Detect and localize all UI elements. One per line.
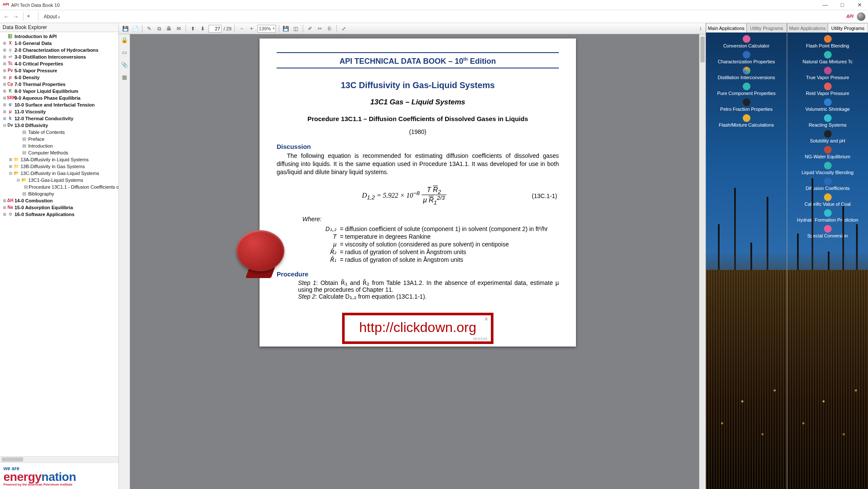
tree-item[interactable]: 📗Introduction to API [0,33,118,40]
app-launcher-item[interactable]: Solubility and pH [787,130,868,143]
watermark-link[interactable]: http://clickdown.org [359,320,476,335]
expander-icon[interactable]: ⊞ [9,163,13,169]
expander-icon[interactable]: ⊞ [3,81,7,87]
edit-icon[interactable]: ✎ [145,25,153,33]
expander-icon[interactable]: ⊟ [3,122,7,128]
layout-icon[interactable]: ◫ [292,25,300,33]
tree-item[interactable]: ⊞Tc4-0 Critical Properties [0,60,118,67]
viewer-scrollbar[interactable] [699,34,706,489]
lock-icon[interactable]: 🔒 [121,37,128,43]
expander-icon[interactable]: ⊞ [3,109,7,115]
tree-item[interactable]: ⊞μ11-0 Viscosity [0,108,118,115]
expander-icon[interactable]: ⊞ [9,157,13,163]
tree-item[interactable]: ⊞Pv5-0 Vapor Pressure [0,67,118,74]
tree-item[interactable]: ⊞X1-0 General Data [0,40,118,47]
expander-icon[interactable]: ⊞ [3,54,7,60]
tree-item[interactable]: ⊟Dv13-0 Diffusivity [0,122,118,129]
tab-main-applications[interactable]: Main Applications [706,23,747,33]
watermark-close-icon[interactable]: ✕ [484,316,488,322]
expander-icon[interactable]: ⊞ [3,211,7,217]
document-scroll[interactable]: API TECHNICAL DATA BOOK – 10th Edition 1… [119,34,706,489]
tool2-icon[interactable]: ✂ [316,25,324,33]
save2-icon[interactable]: 💾 [282,25,290,33]
user-avatar[interactable] [857,12,865,21]
about-menu[interactable]: About [42,13,62,21]
tab-utility-programs-2[interactable]: Utility Programs [828,23,868,33]
tree-item[interactable]: ⊞K8-0 Vapor Liquid Equilibrium [0,88,118,95]
tab-main-applications-2[interactable]: Main Applications [787,23,828,33]
fullscreen-icon[interactable]: ⤢ [340,25,348,33]
target-icon[interactable]: ⌖ [27,13,35,21]
app-launcher-item[interactable]: Reacting Systems [787,114,868,127]
tree-item[interactable]: ▤Preface [0,136,118,142]
expander-icon[interactable]: ⊞ [3,95,7,101]
app-launcher-item[interactable]: Pure Component Properties [706,83,787,96]
expander-icon[interactable]: ⊟ [9,170,13,176]
tree-item[interactable]: ⊞ΔH14-0 Combustion [0,197,118,204]
tree-item[interactable]: ⊞φ2-0 Characterization of Hydrocarbons [0,47,118,53]
minimize-button[interactable]: — [817,0,834,10]
tree-item[interactable]: ⊞σ10-0 Surface and Interfacial Tension [0,101,118,108]
app-launcher-item[interactable]: Characterization Properties [706,51,787,64]
app-launcher-item[interactable]: Petro Fraction Properties [706,98,787,112]
tree-item[interactable]: ⊞Na15-0 Adsorption Equilibria [0,204,118,211]
app-launcher-item[interactable]: Reid Vapor Pressure [787,83,868,96]
close-button[interactable]: ✕ [851,0,868,10]
sidebar-scrollbar[interactable] [0,456,118,462]
tree-item[interactable]: ⊟📂13C1-Gas-Liquid Systems [0,177,118,184]
zoom-in-icon[interactable]: + [248,25,255,33]
tree-item[interactable]: ⊞SRK9-0 Aqueous Phase Equilibria [0,95,118,101]
tree-item[interactable]: ⊞⚙16-0 Software Applications [0,211,118,218]
tree-item[interactable]: ▤Procedure 13C1.1 - Diffusion Coefficien… [0,184,118,190]
page-down-icon[interactable]: ⬇ [199,25,207,33]
print-icon[interactable]: 🖶 [165,25,173,33]
page-number-input[interactable] [209,25,221,33]
mail-icon[interactable]: ✉ [175,25,183,33]
expander-icon[interactable]: ⊞ [3,47,7,53]
app-launcher-item[interactable]: Volumetric Shrinkage [787,98,868,112]
expander-icon[interactable]: ⊞ [3,61,7,67]
maximize-button[interactable]: □ [834,0,851,10]
tree-item[interactable]: ⊞Cp7-0 Thermal Properties [0,81,118,88]
tool1-icon[interactable]: ✐ [306,25,314,33]
app-launcher-item[interactable]: Flash/Mixture Calculations [706,114,787,127]
expander-icon[interactable]: ⊞ [3,116,7,122]
app-launcher-item[interactable]: Distillation Interconversions [706,67,787,80]
copy-icon[interactable]: ⧉ [155,25,163,33]
pdf-icon[interactable]: 📄 [131,25,139,33]
tree-item[interactable]: ⊞⇄3-0 Distillation Interconversions [0,53,118,60]
tool3-icon[interactable]: ⎘ [326,25,334,33]
tree-item[interactable]: ⊞k12-0 Thermal Conductivity [0,115,118,122]
expander-icon[interactable]: ⊟ [16,177,21,183]
tree-explorer[interactable]: 📗Introduction to API⊞X1-0 General Data⊞φ… [0,32,118,456]
tab-utility-programs[interactable]: Utility Programs [747,23,787,33]
app-launcher-item[interactable]: Natural Gas Mixtures Tc [787,51,868,64]
back-button[interactable]: ← [3,13,10,21]
expander-icon[interactable]: ⊞ [3,40,7,46]
bookmark-icon[interactable]: ▦ [122,74,127,80]
expander-icon[interactable]: ⊞ [3,198,7,204]
app-launcher-item[interactable]: Conversion Calculator [706,35,787,48]
expander-icon[interactable]: ⊞ [3,88,7,94]
forward-button[interactable]: → [12,13,20,21]
save-icon[interactable]: 💾 [121,25,129,33]
tree-item[interactable]: ▤Computer Methods [0,149,118,156]
tree-item[interactable]: ⊞📁13A-Diffusivity in Liquid Systems [0,156,118,163]
expander-icon[interactable]: ⊞ [3,204,7,210]
app-launcher-item[interactable]: Flash Point Blending [787,35,868,48]
tree-item[interactable]: ▤Table of Contents [0,129,118,136]
tree-item[interactable]: ⊟📂13C-Diffusivity in Gas-Liquid Systems [0,170,118,177]
tree-item[interactable]: ⊞📁13B-Diffusivity in Gas Systems [0,163,118,170]
tree-item[interactable]: ▤Introduction [0,142,118,149]
zoom-select[interactable]: 139% [257,25,275,33]
pages-icon[interactable]: ▭ [122,49,127,56]
page-up-icon[interactable]: ⬆ [189,25,197,33]
expander-icon[interactable]: ⊞ [3,68,7,74]
zoom-out-icon[interactable]: − [238,25,245,33]
app-launcher-item[interactable]: True Vapor Pressure [787,67,868,80]
expander-icon[interactable]: ⊞ [3,102,7,108]
tree-item[interactable]: ▤Bibliography [0,190,118,197]
tree-item[interactable]: ⊞ρ6-0 Density [0,74,118,81]
app-launcher-item[interactable]: NG-Water Equilibrium [787,146,868,159]
expander-icon[interactable]: ⊞ [3,74,7,80]
